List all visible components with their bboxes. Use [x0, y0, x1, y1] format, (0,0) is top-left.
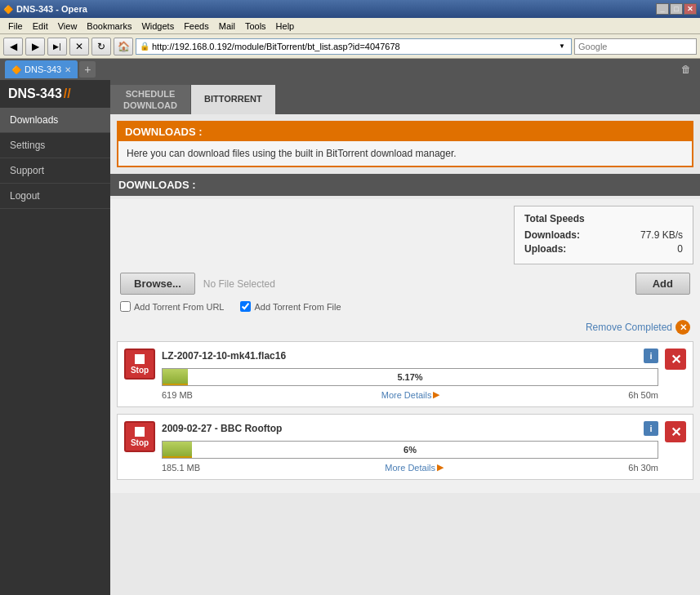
- sidebar-item-downloads[interactable]: Downloads: [0, 108, 110, 133]
- browser-tab[interactable]: 🔶 DNS-343 ✕: [5, 60, 78, 78]
- stop-icon-1: [135, 427, 145, 437]
- sidebar-logo-text: DNS-343: [8, 87, 62, 101]
- window-title-bar: 🔶 DNS-343 - Opera _ □ ✕: [0, 0, 700, 18]
- lock-icon: 🔒: [140, 42, 149, 51]
- stop-label-1: Stop: [131, 438, 149, 447]
- downloads-section-header: DOWNLOADS :: [110, 174, 700, 196]
- speed-uploads-row: Uploads: 0: [524, 243, 683, 255]
- progress-outline-1: [163, 456, 192, 458]
- forward2-button[interactable]: ▶|: [47, 38, 67, 56]
- menu-tools[interactable]: Tools: [240, 20, 271, 33]
- menu-bar: File Edit View Bookmarks Widgets Feeds M…: [0, 18, 700, 34]
- search-input[interactable]: [578, 42, 693, 51]
- progress-container-0: 5.17%: [162, 368, 658, 386]
- remove-completed-icon[interactable]: ✕: [675, 320, 690, 335]
- remove-completed-row: Remove Completed ✕: [117, 320, 693, 335]
- minimize-button[interactable]: _: [656, 3, 669, 15]
- uploads-value: 0: [677, 243, 683, 255]
- progress-bar-1: [163, 442, 192, 458]
- remove-button-1[interactable]: ✕: [665, 421, 686, 442]
- downloads-scroll-area[interactable]: Total Speeds Downloads: 77.9 KB/s Upload…: [110, 199, 700, 595]
- torrent-time-1: 6h 30m: [628, 463, 658, 473]
- torrent-size-0: 619 MB: [162, 390, 193, 400]
- sidebar-item-support[interactable]: Support: [0, 158, 110, 184]
- torrent-details-0: LZ-2007-12-10-mk41.flac16 i 5.17% 619 MB: [162, 349, 658, 400]
- checkbox-url-label[interactable]: Add Torrent From URL: [120, 301, 224, 312]
- forward-button[interactable]: ▶: [25, 38, 45, 56]
- progress-bar-0: [163, 369, 188, 385]
- speed-panel: Total Speeds Downloads: 77.9 KB/s Upload…: [514, 206, 693, 264]
- menu-widgets[interactable]: Widgets: [136, 20, 179, 33]
- remove-button-0[interactable]: ✕: [665, 349, 686, 370]
- uploads-label: Uploads:: [524, 243, 566, 255]
- content-area: SCHEDULEDOWNLOAD BITTORRENT DOWNLOADS : …: [110, 80, 700, 595]
- remove-x-icon-0: ✕: [665, 349, 686, 370]
- progress-text-1: 6%: [404, 445, 417, 455]
- stop-icon-0: [135, 354, 145, 364]
- checkbox-file[interactable]: [240, 301, 251, 312]
- sidebar-item-logout[interactable]: Logout: [0, 184, 110, 209]
- info-box-title: DOWNLOADS :: [118, 122, 692, 141]
- section-content: Total Speeds Downloads: 77.9 KB/s Upload…: [110, 199, 700, 493]
- torrent-meta-row-1: 185.1 MB More Details ▶ 6h 30m: [162, 462, 658, 473]
- refresh-button[interactable]: ↻: [91, 38, 111, 56]
- torrent-info-icon-0[interactable]: i: [644, 349, 658, 363]
- sidebar-logo: DNS-343 //: [0, 80, 110, 108]
- stop-label-0: Stop: [131, 366, 149, 375]
- menu-feeds[interactable]: Feeds: [179, 20, 214, 33]
- checkbox-row: Add Torrent From URL Add Torrent From Fi…: [117, 301, 693, 312]
- sidebar-item-settings[interactable]: Settings: [0, 133, 110, 158]
- menu-file[interactable]: File: [3, 20, 28, 33]
- toolbar: ◀ ▶ ▶| ✕ ↻ 🏠 🔒 ▼: [0, 34, 700, 59]
- tab-bittorrent[interactable]: BITTORRENT: [191, 85, 276, 114]
- close-button[interactable]: ✕: [684, 3, 697, 15]
- checkbox-file-text: Add Torrent From File: [254, 302, 341, 312]
- progress-container-1: 6%: [162, 441, 658, 459]
- stop-button-0[interactable]: Stop: [124, 349, 155, 380]
- browse-button[interactable]: Browse...: [120, 273, 195, 295]
- add-button[interactable]: Add: [635, 273, 690, 295]
- remove-completed-link[interactable]: Remove Completed: [586, 322, 672, 333]
- torrent-item-1: Stop 2009-02-27 - BBC Rooftop i 6%: [117, 414, 693, 480]
- checkbox-url[interactable]: [120, 301, 131, 312]
- torrent-item-0: Stop LZ-2007-12-10-mk41.flac16 i 5.17%: [117, 341, 693, 407]
- tab-schedule-download[interactable]: SCHEDULEDOWNLOAD: [110, 85, 191, 114]
- more-details-arrow-0: ▶: [433, 389, 439, 400]
- tab-close-icon[interactable]: ✕: [65, 65, 71, 74]
- checkbox-file-label[interactable]: Add Torrent From File: [240, 301, 341, 312]
- nav-tabs: SCHEDULEDOWNLOAD BITTORRENT: [110, 80, 700, 114]
- more-details-link-1[interactable]: More Details ▶: [385, 462, 444, 473]
- tab-bar: 🔶 DNS-343 ✕ + 🗑: [0, 59, 700, 80]
- sidebar-logo-slash: //: [64, 87, 71, 101]
- downloads-label: Downloads:: [524, 229, 580, 241]
- home-button[interactable]: 🏠: [114, 38, 133, 56]
- restore-button[interactable]: □: [670, 3, 683, 15]
- torrent-name-1: 2009-02-27 - BBC Rooftop: [162, 423, 282, 434]
- torrent-name-0: LZ-2007-12-10-mk41.flac16: [162, 350, 286, 362]
- more-details-link-0[interactable]: More Details ▶: [381, 389, 440, 400]
- main-layout: DNS-343 // Downloads Settings Support Lo…: [0, 80, 700, 595]
- back-button[interactable]: ◀: [3, 38, 23, 56]
- menu-bookmarks[interactable]: Bookmarks: [82, 20, 136, 33]
- address-bar: 🔒 ▼: [136, 38, 572, 55]
- progress-text-0: 5.17%: [397, 372, 422, 382]
- menu-help[interactable]: Help: [271, 20, 300, 33]
- speed-downloads-row: Downloads: 77.9 KB/s: [524, 229, 683, 241]
- tab-label: DNS-343: [25, 64, 61, 74]
- torrent-details-1: 2009-02-27 - BBC Rooftop i 6% 185.1 MB: [162, 421, 658, 473]
- stop-button-1[interactable]: Stop: [124, 421, 155, 452]
- trash-icon[interactable]: 🗑: [677, 60, 695, 78]
- menu-mail[interactable]: Mail: [214, 20, 240, 33]
- menu-edit[interactable]: Edit: [28, 20, 53, 33]
- search-bar: [574, 38, 697, 55]
- address-input[interactable]: [152, 42, 556, 51]
- remove-x-icon-1: ✕: [665, 421, 686, 442]
- stop-reload-button[interactable]: ✕: [69, 38, 89, 56]
- info-box-text: Here you can download files using the bu…: [127, 148, 684, 159]
- downloads-value: 77.9 KB/s: [640, 229, 683, 241]
- new-tab-button[interactable]: +: [79, 61, 96, 78]
- address-dropdown-icon[interactable]: ▼: [556, 39, 568, 54]
- menu-view[interactable]: View: [53, 20, 82, 33]
- torrent-info-icon-1[interactable]: i: [644, 421, 658, 436]
- checkbox-url-text: Add Torrent From URL: [134, 302, 224, 312]
